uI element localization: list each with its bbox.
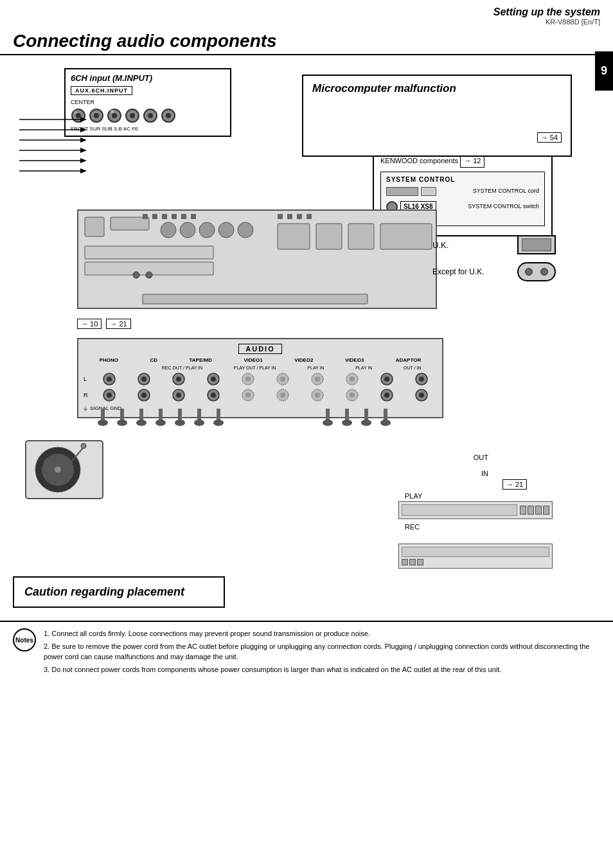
syscontrol-inner-title: SYSTEM CONTROL: [386, 176, 539, 183]
audio-section: AUDIO PHONO CD TAPE/MD VIDEO1 VIDEO2 VID…: [77, 338, 443, 418]
svg-point-105: [213, 420, 224, 426]
notes-section: Notes 1. Connect all cords firmly. Loose…: [0, 621, 613, 683]
audio-label-container: AUDIO: [84, 344, 437, 353]
svg-rect-42: [172, 214, 177, 219]
tape-play-r-jack: [206, 388, 220, 402]
malfunction-ref-box: → 54: [537, 132, 562, 143]
svg-point-87: [350, 393, 355, 398]
cord-connector-area: [386, 187, 436, 196]
svg-point-119: [81, 443, 86, 448]
r-indicator: R: [84, 392, 91, 398]
svg-rect-36: [316, 224, 342, 249]
uk-section: U.K. Except for U.K.: [432, 235, 556, 281]
tape-rec-r-jack: [172, 388, 186, 402]
right-cable-connectors: [321, 409, 392, 434]
svg-rect-41: [162, 214, 167, 219]
v3-l-jack: [345, 372, 359, 386]
adapt-in-r-jack: [414, 388, 429, 402]
svg-point-32: [238, 222, 253, 238]
audio-l-row: L: [84, 372, 437, 386]
svg-text:R: R: [111, 109, 114, 114]
jack-sur: [143, 108, 158, 123]
play-btn-1: [520, 506, 526, 515]
svg-point-50: [133, 272, 139, 278]
cord-row: SYSTEM CONTROL cord: [386, 187, 539, 196]
svg-rect-33: [85, 246, 213, 259]
v1-in-r-jack: [276, 388, 290, 402]
ref1: → 10: [77, 319, 102, 329]
play-device: [398, 501, 553, 519]
r-cable-plug-4: [379, 409, 392, 434]
rec-btn-3: [417, 559, 423, 565]
phono-l-jack: [102, 372, 116, 386]
svg-point-91: [419, 393, 424, 398]
svg-rect-35: [278, 224, 310, 249]
cable-plug-3: [135, 409, 148, 434]
aux-6ch-label: AUX.6CH.INPUT: [71, 86, 132, 95]
uk-row: U.K.: [432, 235, 556, 254]
svg-point-51: [146, 272, 152, 278]
ref3: → 21: [502, 479, 527, 490]
note-2: 2. Be sure to remove the power cord from…: [44, 641, 600, 662]
cd-r-jack: [137, 388, 151, 402]
svg-point-79: [211, 393, 216, 398]
adaptor-label: ADAPTOR: [396, 357, 421, 363]
svg-point-1: [76, 113, 81, 118]
rec-display: [402, 547, 549, 557]
v2-r-jack: [310, 388, 324, 402]
audio-sub-labels: REC OUT / PLAY IN PLAY OUT / PLAY IN PLA…: [84, 366, 437, 370]
svg-point-73: [107, 393, 112, 398]
svg-rect-45: [278, 214, 283, 219]
cord-plug: [421, 187, 436, 196]
input-6ch-box: 6CH input (M.INPUT) AUX.6CH.INPUT CENTER…: [64, 68, 231, 137]
svg-text:L: L: [75, 109, 77, 114]
rec-label: REC: [398, 523, 553, 531]
amplifier-body: [77, 209, 437, 309]
caution-box: Caution regarding placement: [13, 576, 225, 608]
svg-point-107: [323, 420, 333, 426]
l-jacks-row: [94, 372, 437, 386]
svg-point-95: [117, 420, 127, 426]
svg-point-4: [94, 113, 99, 118]
svg-rect-48: [306, 214, 312, 219]
svg-point-61: [245, 376, 251, 382]
rec-buttons: [402, 559, 549, 565]
play-btn-2: [528, 506, 534, 515]
phono-label: PHONO: [100, 357, 118, 363]
v3-r-jack: [345, 388, 359, 402]
svg-point-89: [384, 393, 389, 398]
play-btn-3: [535, 506, 542, 515]
v1-out-r-jack: [241, 388, 255, 402]
model-number: KR-V888D [En/T]: [0, 18, 613, 26]
svg-point-81: [245, 393, 251, 398]
video3-label: VIDEO3: [345, 357, 364, 363]
svg-point-71: [419, 376, 424, 382]
v1-out-l-jack: [241, 372, 255, 386]
cable-plug-4: [154, 409, 167, 434]
svg-point-101: [175, 420, 185, 426]
svg-point-99: [155, 420, 166, 426]
adapt-in-l-jack: [414, 372, 429, 386]
svg-rect-39: [143, 214, 148, 219]
jack-sub: [161, 108, 176, 123]
svg-rect-44: [191, 214, 196, 219]
jack-r: R: [107, 108, 122, 123]
play-display: [402, 504, 517, 516]
tape-rec-l-jack: [172, 372, 186, 386]
svg-point-6: [112, 113, 117, 118]
svg-point-97: [136, 420, 147, 426]
tape-device-area: PLAY REC: [398, 492, 553, 569]
svg-point-28: [161, 222, 176, 238]
svg-rect-46: [287, 214, 292, 219]
input-sub-labels: FRONTSURSUBS.BAC FE: [71, 126, 225, 132]
notes-text: 1. Connect all cords firmly. Loose conne…: [44, 628, 600, 677]
cord-connector: [386, 187, 418, 196]
svg-point-67: [350, 376, 355, 382]
amplifier-svg: [78, 211, 438, 310]
rec-btn-2: [409, 559, 416, 565]
malfunction-box: Microcomputer malfunction → 54: [302, 75, 572, 157]
svg-rect-37: [348, 224, 374, 249]
note-1: 1. Connect all cords firmly. Loose conne…: [44, 628, 600, 639]
svg-point-31: [218, 222, 234, 238]
svg-marker-24: [80, 158, 87, 163]
